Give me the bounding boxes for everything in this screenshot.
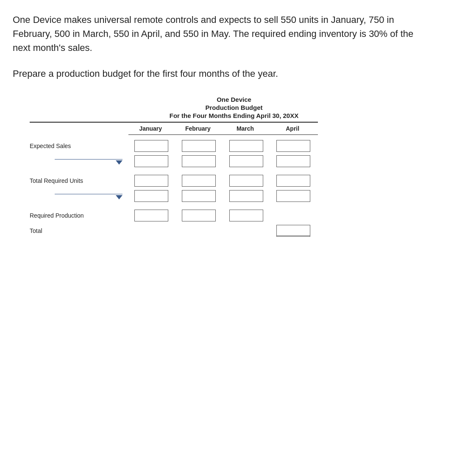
budget-table-container: One Device Production Budget For the Fou…: [30, 96, 438, 238]
budget-period: For the Four Months Ending April 30, 20X…: [30, 112, 438, 119]
intro-paragraph2: Prepare a production budget for the firs…: [13, 67, 430, 81]
spacer-row-3: [30, 204, 318, 208]
total-req-jan-cell: [128, 173, 176, 188]
company-name: One Device: [30, 96, 438, 103]
total-req-apr-input[interactable]: [276, 175, 310, 187]
ending-inv-jan-input[interactable]: [134, 155, 168, 167]
total-req-apr-cell: [270, 173, 318, 188]
total-required-units-row: Total Required Units: [30, 173, 318, 188]
production-budget-table: January February March April Expected Sa…: [30, 122, 318, 238]
total-req-mar-cell: [223, 173, 271, 188]
separator-input-apr-2: [270, 188, 318, 204]
header-april: April: [270, 122, 318, 135]
separator-input-feb-1: [176, 154, 223, 169]
total-apr-input[interactable]: [276, 225, 310, 237]
req-prod-feb-cell: [176, 208, 223, 223]
expected-sales-jan-cell: [128, 138, 176, 154]
separator-input-jan-2: [128, 188, 176, 204]
total-req-feb-cell: [176, 173, 223, 188]
header-march: March: [223, 122, 271, 135]
total-required-units-label: Total Required Units: [30, 173, 128, 188]
ending-inv-apr-input[interactable]: [276, 155, 310, 167]
beg-inv-feb-input[interactable]: [182, 190, 216, 202]
expected-sales-apr-input[interactable]: [276, 140, 310, 152]
req-prod-apr-cell: [270, 208, 318, 223]
total-req-feb-input[interactable]: [182, 175, 216, 187]
ending-inv-mar-input[interactable]: [229, 155, 263, 167]
intro-paragraph1: One Device makes universal remote contro…: [13, 13, 430, 55]
header-label-cell: [30, 122, 128, 135]
budget-title: Production Budget: [30, 104, 438, 111]
expected-sales-label: Expected Sales: [30, 138, 128, 154]
total-feb-cell: [176, 223, 223, 238]
separator-input-jan-1: [128, 154, 176, 169]
required-production-row: Required Production: [30, 208, 318, 223]
arrow-down-icon-2: [116, 195, 122, 199]
req-prod-jan-cell: [128, 208, 176, 223]
spacer-row-2: [30, 169, 318, 173]
row-spacer-1: [30, 135, 318, 139]
separator-label-1: [30, 154, 128, 169]
separator-input-apr-1: [270, 154, 318, 169]
separator-input-mar-2: [223, 188, 271, 204]
req-prod-feb-input[interactable]: [182, 210, 216, 221]
beg-inv-mar-input[interactable]: [229, 190, 263, 202]
total-row: Total: [30, 223, 318, 238]
expected-sales-mar-cell: [223, 138, 271, 154]
req-prod-mar-input[interactable]: [229, 210, 263, 221]
separator-label-2: [30, 188, 128, 204]
expected-sales-apr-cell: [270, 138, 318, 154]
table-header-row: January February March April: [30, 122, 318, 135]
expected-sales-row: Expected Sales: [30, 138, 318, 154]
expected-sales-feb-input[interactable]: [182, 140, 216, 152]
total-req-mar-input[interactable]: [229, 175, 263, 187]
total-mar-cell: [223, 223, 271, 238]
expected-sales-mar-input[interactable]: [229, 140, 263, 152]
separator-arrow-row-1: [30, 154, 318, 169]
header-january: January: [128, 122, 176, 135]
expected-sales-feb-cell: [176, 138, 223, 154]
beg-inv-apr-input[interactable]: [276, 190, 310, 202]
total-req-jan-input[interactable]: [134, 175, 168, 187]
total-jan-cell: [128, 223, 176, 238]
total-apr-cell: [270, 223, 318, 238]
required-production-label: Required Production: [30, 208, 128, 223]
ending-inv-feb-input[interactable]: [182, 155, 216, 167]
req-prod-mar-cell: [223, 208, 271, 223]
separator-input-feb-2: [176, 188, 223, 204]
req-prod-jan-input[interactable]: [134, 210, 168, 221]
separator-input-mar-1: [223, 154, 271, 169]
arrow-down-icon-1: [116, 160, 122, 165]
header-february: February: [176, 122, 223, 135]
separator-arrow-row-2: [30, 188, 318, 204]
expected-sales-jan-input[interactable]: [134, 140, 168, 152]
total-label: Total: [30, 223, 128, 238]
beg-inv-jan-input[interactable]: [134, 190, 168, 202]
